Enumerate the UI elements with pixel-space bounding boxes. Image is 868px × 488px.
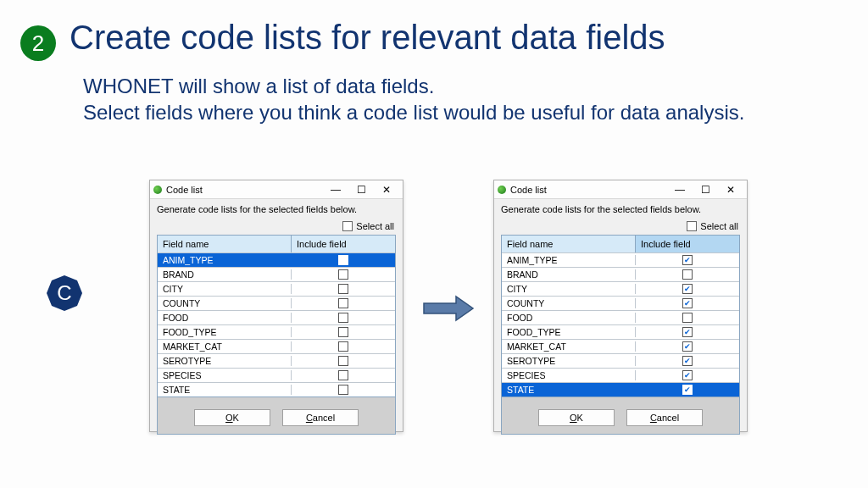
field-name-cell: BRAND (158, 269, 292, 280)
include-cell[interactable] (292, 327, 395, 337)
ok-button[interactable]: OK (194, 409, 270, 426)
include-checkbox[interactable] (338, 356, 348, 366)
field-name-cell: SPECIES (158, 370, 292, 380)
select-all-row[interactable]: Select all (150, 219, 403, 235)
include-checkbox[interactable] (682, 385, 693, 395)
include-checkbox[interactable] (338, 284, 348, 294)
maximize-icon[interactable]: ☐ (348, 184, 374, 196)
dialog-code-list-after: Code list — ☐ ✕ Generate code lists for … (493, 180, 748, 432)
table-row[interactable]: BRAND (158, 267, 395, 281)
col-field-name: Field name (158, 236, 292, 252)
select-all-row[interactable]: Select all (494, 219, 747, 235)
dialog-title: Code list (510, 185, 547, 195)
include-cell[interactable] (636, 370, 739, 380)
table-header: Field name Include field (158, 236, 395, 252)
table-body-right: ANIM_TYPEBRANDCITYCOUNTYFOODFOOD_TYPEMAR… (502, 252, 739, 396)
arrow-icon (422, 295, 475, 325)
field-name-cell: STATE (158, 385, 292, 395)
table-header: Field name Include field (502, 236, 739, 252)
table-row[interactable]: MARKET_CAT (158, 339, 395, 353)
table-row[interactable]: FOOD_TYPE (502, 324, 739, 339)
field-name-cell: ANIM_TYPE (502, 255, 636, 265)
step-letter-badge: C (46, 274, 83, 312)
table-row[interactable]: CITY (502, 281, 739, 296)
dialog-code-list-before: Code list — ☐ ✕ Generate code lists for … (149, 180, 403, 432)
table-row[interactable]: FOOD_TYPE (158, 324, 395, 339)
field-name-cell: COUNTY (158, 298, 292, 308)
include-checkbox[interactable] (682, 284, 693, 294)
include-cell[interactable] (292, 284, 395, 294)
include-checkbox[interactable] (682, 370, 693, 380)
cancel-button[interactable]: Cancel (282, 409, 359, 426)
table-row[interactable]: STATE (158, 382, 395, 396)
include-cell[interactable] (636, 327, 739, 337)
include-checkbox[interactable] (338, 313, 348, 323)
table-row[interactable]: SEROTYPE (158, 353, 395, 368)
include-checkbox[interactable] (338, 298, 348, 308)
include-checkbox[interactable] (682, 269, 693, 280)
page-description: WHONET will show a list of data fields. … (83, 73, 787, 125)
field-name-cell: FOOD_TYPE (158, 327, 292, 337)
table-row[interactable]: SPECIES (158, 368, 395, 382)
cancel-button[interactable]: Cancel (626, 409, 703, 426)
include-cell[interactable] (636, 385, 739, 395)
table-row[interactable]: ANIM_TYPE (158, 252, 395, 267)
select-all-label: Select all (356, 221, 394, 231)
field-name-cell: STATE (502, 385, 636, 395)
maximize-icon[interactable]: ☐ (693, 184, 718, 196)
table-row[interactable]: MARKET_CAT (502, 339, 739, 353)
include-cell[interactable] (636, 255, 739, 265)
table-row[interactable]: COUNTY (502, 296, 739, 310)
table-row[interactable]: BRAND (502, 267, 739, 281)
dialog-instruction: Generate code lists for the selected fie… (150, 199, 403, 219)
include-checkbox[interactable] (682, 341, 693, 352)
include-checkbox[interactable] (338, 385, 348, 395)
desc-line-2: Select fields where you think a code lis… (83, 101, 744, 124)
table-row[interactable]: STATE (502, 382, 739, 396)
table-row[interactable]: FOOD (502, 310, 739, 324)
include-checkbox[interactable] (338, 269, 348, 280)
include-cell[interactable] (292, 255, 395, 265)
include-checkbox[interactable] (338, 327, 348, 337)
include-checkbox[interactable] (682, 356, 693, 366)
include-cell[interactable] (292, 298, 395, 308)
include-cell[interactable] (636, 269, 739, 280)
select-all-checkbox[interactable] (342, 221, 353, 231)
include-checkbox[interactable] (338, 341, 348, 352)
step-number-badge: 2 (20, 25, 56, 61)
include-cell[interactable] (636, 298, 739, 308)
include-cell[interactable] (636, 356, 739, 366)
step-number: 2 (32, 30, 44, 57)
include-cell[interactable] (292, 313, 395, 323)
select-all-checkbox[interactable] (687, 221, 697, 231)
include-checkbox[interactable] (682, 327, 693, 337)
include-checkbox[interactable] (682, 255, 693, 265)
include-cell[interactable] (292, 385, 395, 395)
table-row[interactable]: CITY (158, 281, 395, 296)
include-cell[interactable] (636, 284, 739, 294)
include-cell[interactable] (636, 313, 739, 323)
include-checkbox[interactable] (682, 313, 693, 323)
include-cell[interactable] (292, 356, 395, 366)
col-include-field: Include field (636, 236, 739, 252)
table-row[interactable]: SPECIES (502, 368, 739, 382)
minimize-icon[interactable]: — (667, 184, 693, 196)
table-row[interactable]: SEROTYPE (502, 353, 739, 368)
include-cell[interactable] (292, 341, 395, 352)
table-row[interactable]: FOOD (158, 310, 395, 324)
minimize-icon[interactable]: — (323, 184, 348, 196)
ok-button[interactable]: OK (538, 409, 615, 426)
include-checkbox[interactable] (338, 255, 348, 265)
include-checkbox[interactable] (682, 298, 693, 308)
table-row[interactable]: ANIM_TYPE (502, 252, 739, 267)
field-name-cell: ANIM_TYPE (158, 255, 292, 265)
close-icon[interactable]: ✕ (718, 184, 743, 196)
include-cell[interactable] (292, 370, 395, 380)
app-icon (498, 186, 506, 194)
include-cell[interactable] (292, 269, 395, 280)
include-cell[interactable] (636, 341, 739, 352)
close-icon[interactable]: ✕ (374, 184, 399, 196)
app-icon (153, 186, 162, 194)
include-checkbox[interactable] (338, 370, 348, 380)
table-row[interactable]: COUNTY (158, 296, 395, 310)
